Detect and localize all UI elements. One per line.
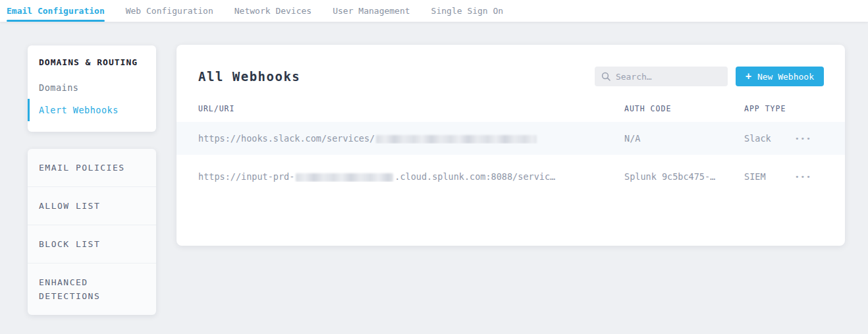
sidebar-item-email-policies[interactable]: EMAIL POLICIES	[28, 149, 156, 187]
active-tab-indicator	[7, 20, 105, 22]
tab-web-configuration[interactable]: Web Configuration	[126, 0, 213, 22]
header-controls: + New Webhook	[595, 67, 824, 86]
url-cell: https://input-prd-.cloud.splunk.com:8088…	[198, 171, 624, 182]
row-menu-icon[interactable]: •••	[795, 134, 823, 143]
column-header-url: URL/URI	[198, 104, 624, 113]
search-box[interactable]	[595, 67, 728, 86]
url-prefix: https://hooks.slack.com/services/	[198, 133, 375, 144]
sidebar-item-block-list[interactable]: BLOCK LIST	[28, 225, 156, 264]
webhooks-table: URL/URI AUTH CODE APP TYPE https://hooks…	[176, 104, 845, 193]
auth-code-cell: Splunk 9c5bc475-…	[624, 171, 744, 182]
column-header-auth-code: AUTH CODE	[624, 104, 744, 113]
top-tab-bar: Email Configuration Web Configuration Ne…	[0, 0, 868, 22]
tab-single-sign-on[interactable]: Single Sign On	[431, 0, 504, 22]
sidebar-item-enhanced-detections[interactable]: ENHANCED DETECTIONS	[28, 264, 156, 315]
tab-user-management[interactable]: User Management	[333, 0, 410, 22]
sidebar-item-label: EMAIL POLICIES	[39, 163, 125, 173]
sidebar-item-domains[interactable]: Domains	[28, 76, 156, 99]
sidebar-item-label: ENHANCED DETECTIONS	[39, 277, 100, 301]
url-prefix: https://input-prd-	[198, 171, 294, 182]
domains-routing-card: DOMAINS & ROUTING Domains Alert Webhooks	[28, 45, 156, 132]
sidebar-item-label: Domains	[39, 82, 78, 93]
tab-label: Single Sign On	[431, 6, 504, 16]
new-webhook-button[interactable]: + New Webhook	[736, 67, 824, 86]
new-webhook-label: New Webhook	[757, 72, 814, 82]
column-header-app-type: APP TYPE	[744, 104, 795, 113]
sidebar-item-label: ALLOW LIST	[39, 201, 100, 211]
redacted-blur	[296, 173, 393, 182]
sidebar-item-allow-list[interactable]: ALLOW LIST	[28, 187, 156, 225]
policy-sections-card: EMAIL POLICIES ALLOW LIST BLOCK LIST ENH…	[28, 149, 156, 315]
tab-label: Web Configuration	[126, 6, 213, 16]
app-type-cell: SIEM	[744, 171, 795, 182]
url-suffix: .cloud.splunk.com:8088/servic…	[394, 171, 555, 182]
auth-code-cell: N/A	[624, 133, 744, 144]
url-cell: https://hooks.slack.com/services/	[198, 133, 624, 144]
plus-icon: +	[746, 70, 751, 82]
tab-network-devices[interactable]: Network Devices	[234, 0, 312, 22]
tab-label: Network Devices	[234, 6, 312, 16]
domains-routing-header: DOMAINS & ROUTING	[28, 57, 156, 76]
tab-label: User Management	[333, 6, 410, 16]
redacted-blur	[376, 135, 537, 144]
tab-label: Email Configuration	[7, 6, 105, 16]
search-icon	[601, 72, 610, 81]
tab-email-configuration[interactable]: Email Configuration	[7, 0, 105, 22]
webhooks-panel: All Webhooks + New Webhook URL/URI AUTH …	[176, 45, 845, 246]
sidebar-item-label: Alert Webhooks	[39, 105, 119, 115]
row-menu-icon[interactable]: •••	[795, 173, 823, 181]
sidebar-item-label: BLOCK LIST	[39, 239, 100, 249]
page-title: All Webhooks	[198, 69, 300, 84]
search-input[interactable]	[616, 72, 721, 82]
table-row: https://input-prd-.cloud.splunk.com:8088…	[176, 160, 845, 193]
table-row: https://hooks.slack.com/services/ N/A Sl…	[176, 122, 845, 155]
sidebar-item-alert-webhooks[interactable]: Alert Webhooks	[28, 99, 156, 121]
panel-header: All Webhooks + New Webhook	[176, 45, 845, 86]
table-header-row: URL/URI AUTH CODE APP TYPE	[176, 104, 845, 122]
app-type-cell: Slack	[744, 133, 795, 144]
